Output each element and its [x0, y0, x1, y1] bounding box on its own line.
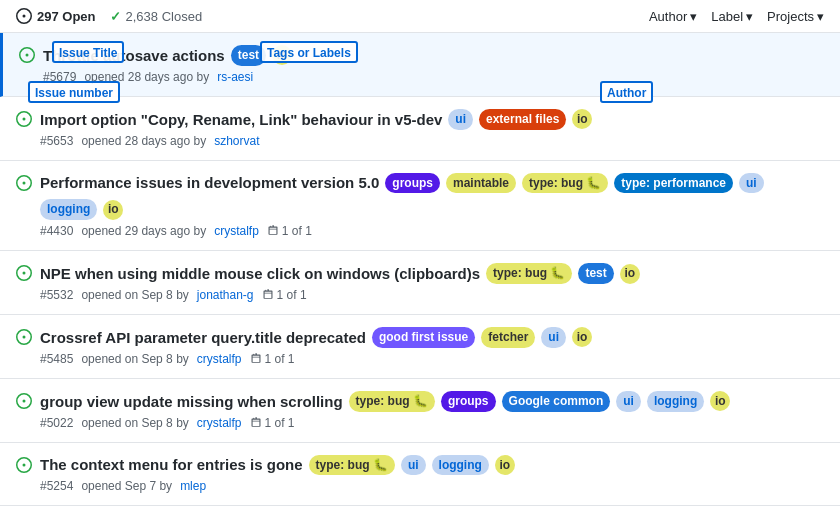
- milestone-6: 1 of 1: [250, 416, 295, 430]
- author-filter[interactable]: Author ▾: [649, 9, 697, 24]
- top-controls-bar: 297 Open ✓ 2,638 Closed Author ▾ Label ▾…: [0, 0, 840, 33]
- right-filters: Author ▾ Label ▾ Projects ▾: [649, 9, 824, 24]
- label-ui-7[interactable]: ui: [401, 455, 426, 476]
- issue-meta-4: #5532 opened on Sep 8 by jonathan-g 1 of…: [40, 288, 824, 302]
- issue-open-icon-6: [16, 393, 32, 412]
- issues-list-wrapper: Issue Title Tags or Labels Issue number …: [0, 33, 840, 518]
- issue-title-5[interactable]: Crossref API parameter query.title depre…: [40, 329, 366, 346]
- issue-item-5: Crossref API parameter query.title depre…: [0, 315, 840, 379]
- label-fetcher-5[interactable]: fetcher: [481, 327, 535, 348]
- issue-title-row-6: group view update missing when scrolling…: [40, 391, 824, 412]
- issue-open-icon-1: [19, 47, 35, 66]
- closed-count-text: 2,638 Closed: [126, 9, 203, 24]
- issue-title-2[interactable]: Import option "Copy, Rename, Link" behav…: [40, 111, 442, 128]
- label-io-4[interactable]: io: [620, 264, 640, 284]
- label-io-3[interactable]: io: [103, 200, 123, 220]
- issue-meta-6: #5022 opened on Sep 8 by crystalfp 1 of …: [40, 416, 824, 430]
- issue-content-3: Performance issues in development versio…: [40, 173, 824, 239]
- label-good-first-issue-5[interactable]: good first issue: [372, 327, 475, 348]
- label-io-5[interactable]: io: [572, 327, 592, 347]
- counts-section: 297 Open ✓ 2,638 Closed: [16, 8, 202, 24]
- label-ui-3[interactable]: ui: [739, 173, 764, 194]
- issue-meta-3: #4430 opened 29 days ago by crystalfp 1 …: [40, 224, 824, 238]
- issue-title-row-7: The context menu for entries is gone typ…: [40, 455, 824, 476]
- issue-item-7: The context menu for entries is gone typ…: [0, 443, 840, 507]
- closed-count[interactable]: ✓ 2,638 Closed: [110, 9, 203, 24]
- author-filter-label: Author: [649, 9, 687, 24]
- issue-meta-7: #5254 opened Sep 7 by mlep: [40, 479, 824, 493]
- issue-title-row-5: Crossref API parameter query.title depre…: [40, 327, 824, 348]
- issue-author-6[interactable]: crystalfp: [197, 416, 242, 430]
- label-test-4[interactable]: test: [578, 263, 613, 284]
- label-logging-6[interactable]: logging: [647, 391, 704, 412]
- issue-item-2: Import option "Copy, Rename, Link" behav…: [0, 97, 840, 161]
- issue-number-2: #5653: [40, 134, 73, 148]
- label-ui-2[interactable]: ui: [448, 109, 473, 130]
- label-external-files-2[interactable]: external files: [479, 109, 566, 130]
- issue-opened-7: opened Sep 7 by: [81, 479, 172, 493]
- label-type-performance-3[interactable]: type: performance: [614, 173, 733, 194]
- label-type-bug-3[interactable]: type: bug 🐛: [522, 173, 608, 194]
- milestone-4: 1 of 1: [262, 288, 307, 302]
- label-groups-3[interactable]: groups: [385, 173, 440, 194]
- issue-title-row-3: Performance issues in development versio…: [40, 173, 824, 221]
- issue-content-2: Import option "Copy, Rename, Link" behav…: [40, 109, 824, 148]
- issue-opened-4: opened on Sep 8 by: [81, 288, 188, 302]
- milestone-3: 1 of 1: [267, 224, 312, 238]
- issue-author-4[interactable]: jonathan-g: [197, 288, 254, 302]
- label-io-1[interactable]: io: [272, 45, 292, 65]
- label-io-2[interactable]: io: [572, 109, 592, 129]
- issue-title-3[interactable]: Performance issues in development versio…: [40, 174, 379, 191]
- issue-author-3[interactable]: crystalfp: [214, 224, 259, 238]
- label-maintable-3[interactable]: maintable: [446, 173, 516, 194]
- issue-number-3: #4430: [40, 224, 73, 238]
- label-io-7[interactable]: io: [495, 455, 515, 475]
- issue-title-1[interactable]: Throttle autosave actions: [43, 47, 225, 64]
- label-groups-6[interactable]: groups: [441, 391, 496, 412]
- issue-opened-1: opened 28 days ago by: [84, 70, 209, 84]
- issue-content-4: NPE when using middle mouse click on win…: [40, 263, 824, 302]
- label-type-bug-4[interactable]: type: bug 🐛: [486, 263, 572, 284]
- issue-number-4: #5532: [40, 288, 73, 302]
- issue-title-row-1: Throttle autosave actions test io: [43, 45, 824, 66]
- issue-opened-5: opened on Sep 8 by: [81, 352, 188, 366]
- page-container: 297 Open ✓ 2,638 Closed Author ▾ Label ▾…: [0, 0, 840, 518]
- issue-number-1: #5679: [43, 70, 76, 84]
- author-chevron-icon: ▾: [690, 9, 697, 24]
- issue-open-icon-5: [16, 329, 32, 348]
- issue-meta-1: #5679 opened 28 days ago by rs-aesi: [43, 70, 824, 84]
- milestone-5: 1 of 1: [250, 352, 295, 366]
- issue-item-6: group view update missing when scrolling…: [0, 379, 840, 443]
- issue-item-4: NPE when using middle mouse click on win…: [0, 251, 840, 315]
- issue-item-8: General fields layout: url and doi missi…: [0, 506, 840, 518]
- circle-dot-icon: [16, 8, 32, 24]
- issue-title-7[interactable]: The context menu for entries is gone: [40, 456, 303, 473]
- issue-opened-3: opened 29 days ago by: [81, 224, 206, 238]
- label-io-6[interactable]: io: [710, 391, 730, 411]
- issue-meta-5: #5485 opened on Sep 8 by crystalfp 1 of …: [40, 352, 824, 366]
- label-filter[interactable]: Label ▾: [711, 9, 753, 24]
- label-type-bug-6[interactable]: type: bug 🐛: [349, 391, 435, 412]
- label-ui-5[interactable]: ui: [541, 327, 566, 348]
- issue-opened-6: opened on Sep 8 by: [81, 416, 188, 430]
- issue-author-1[interactable]: rs-aesi: [217, 70, 253, 84]
- issue-open-icon-4: [16, 265, 32, 284]
- label-type-bug-7[interactable]: type: bug 🐛: [309, 455, 395, 476]
- issue-author-2[interactable]: szhorvat: [214, 134, 259, 148]
- issue-number-6: #5022: [40, 416, 73, 430]
- issue-number-7: #5254: [40, 479, 73, 493]
- issue-title-6[interactable]: group view update missing when scrolling: [40, 393, 343, 410]
- label-test-1[interactable]: test: [231, 45, 266, 66]
- issue-author-5[interactable]: crystalfp: [197, 352, 242, 366]
- label-chevron-icon: ▾: [746, 9, 753, 24]
- issue-title-4[interactable]: NPE when using middle mouse click on win…: [40, 265, 480, 282]
- issue-opened-2: opened 28 days ago by: [81, 134, 206, 148]
- open-count[interactable]: 297 Open: [16, 8, 96, 24]
- issue-open-icon-3: [16, 175, 32, 194]
- label-google-common-6[interactable]: Google common: [502, 391, 611, 412]
- projects-filter[interactable]: Projects ▾: [767, 9, 824, 24]
- issue-author-7[interactable]: mlep: [180, 479, 206, 493]
- label-ui-6[interactable]: ui: [616, 391, 641, 412]
- label-logging-7[interactable]: logging: [432, 455, 489, 476]
- label-logging-3[interactable]: logging: [40, 199, 97, 220]
